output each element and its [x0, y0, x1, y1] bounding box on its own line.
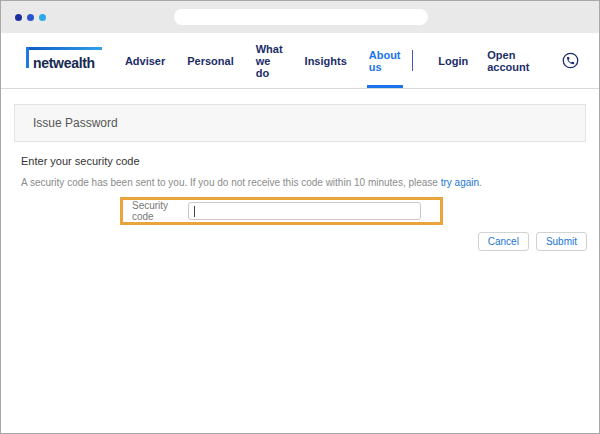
security-code-input[interactable] [188, 202, 421, 220]
nav-item-about-us[interactable]: About us [358, 33, 412, 88]
browser-title-bar [1, 1, 599, 33]
nav-item-personal[interactable]: Personal [176, 33, 244, 88]
netwealth-logo[interactable]: netwealth [26, 47, 102, 74]
window-dot-2[interactable] [27, 14, 34, 21]
submit-button[interactable]: Submit [536, 232, 587, 251]
window-dot-1[interactable] [15, 14, 22, 21]
try-again-link[interactable]: try again [441, 177, 479, 188]
nav-item-adviser[interactable]: Adviser [114, 33, 176, 88]
browser-window: netwealth Adviser Personal What we do In… [0, 0, 600, 434]
address-bar[interactable] [174, 9, 428, 25]
cancel-button[interactable]: Cancel [478, 232, 529, 251]
message-text: A security code has been sent to you. If… [21, 177, 441, 188]
site-header: netwealth Adviser Personal What we do In… [1, 33, 599, 89]
form-actions: Cancel Submit [1, 232, 599, 251]
security-code-heading: Enter your security code [21, 155, 579, 167]
text-cursor [194, 206, 195, 217]
main-content: Enter your security code A security code… [1, 155, 599, 225]
page-title: Issue Password [33, 116, 118, 130]
security-code-label: Security code [123, 200, 188, 222]
message-text-end: . [479, 177, 482, 188]
window-dot-3[interactable] [39, 14, 46, 21]
nav-item-insights[interactable]: Insights [294, 33, 358, 88]
header-divider [412, 50, 413, 71]
main-navigation: Adviser Personal What we do Insights Abo… [114, 33, 412, 88]
phone-icon[interactable] [562, 52, 579, 69]
security-code-highlight-box: Security code [120, 197, 443, 225]
nav-item-what-we-do[interactable]: What we do [245, 33, 294, 88]
page-banner: Issue Password [14, 104, 586, 142]
open-account-link[interactable]: Open account [487, 49, 544, 73]
login-link[interactable]: Login [438, 55, 468, 67]
window-control-dots [15, 14, 46, 21]
phone-icon-glyph [562, 52, 579, 69]
logo-text: netwealth [33, 55, 95, 71]
security-code-message: A security code has been sent to you. If… [21, 177, 579, 188]
